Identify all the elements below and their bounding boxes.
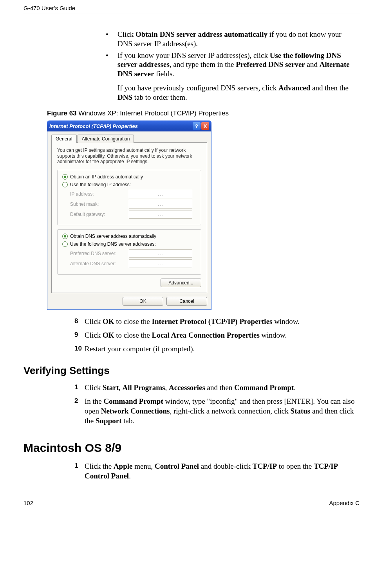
bullet-item: • Click Obtain DNS server address automa… bbox=[106, 30, 356, 49]
text: Click bbox=[85, 383, 103, 392]
radio-label: Use the following IP address: bbox=[70, 182, 131, 187]
tab-alternate-configuration[interactable]: Alternate Configuration bbox=[78, 135, 134, 143]
text-bold: Advanced bbox=[278, 84, 310, 92]
text: Restart your computer (if prompted). bbox=[85, 345, 195, 353]
text: . bbox=[294, 383, 296, 392]
figure-caption: Figure 63 Windows XP: Internet Protocol … bbox=[47, 110, 360, 117]
text-bold: All Programs bbox=[123, 383, 165, 392]
text-bold: Support bbox=[96, 417, 122, 425]
page-header: G-470 User's Guide bbox=[23, 0, 360, 14]
text-bold: Apple bbox=[114, 462, 133, 470]
dialog-description: You can get IP settings assigned automat… bbox=[57, 147, 201, 164]
label-subnet-mask: Subnet mask: bbox=[70, 201, 129, 207]
input-ip-address[interactable]: . . . bbox=[129, 190, 192, 198]
step-number: 10 bbox=[74, 344, 85, 354]
text-bold: Network Connections bbox=[101, 407, 170, 415]
text: , and type them in the bbox=[170, 60, 236, 68]
dns-group: Obtain DNS server address automatically … bbox=[57, 229, 201, 275]
input-default-gateway[interactable]: . . . bbox=[129, 210, 192, 219]
page-footer: 102 Appendix C bbox=[23, 497, 360, 514]
step-number: 2 bbox=[74, 397, 85, 426]
cancel-button[interactable]: Cancel bbox=[166, 297, 207, 306]
text: window. bbox=[272, 317, 300, 325]
dialog-tcpip-properties: Internet Protocol (TCP/IP) Properties ? … bbox=[47, 120, 211, 310]
radio-icon bbox=[62, 241, 68, 247]
label-alternate-dns: Alternate DNS server: bbox=[70, 261, 129, 266]
label-ip-address: IP address: bbox=[70, 191, 129, 197]
header-left: G-470 User's Guide bbox=[23, 5, 75, 11]
radio-obtain-ip-auto[interactable]: Obtain an IP address automatically bbox=[62, 174, 196, 180]
text-bold: Preferred DNS server bbox=[236, 60, 305, 68]
radio-icon bbox=[62, 182, 68, 187]
text: menu, bbox=[132, 462, 154, 470]
heading-macintosh-os: Macintosh OS 8/9 bbox=[23, 441, 360, 455]
text: Click bbox=[117, 30, 135, 38]
figure-caption-text: Windows XP: Internet Protocol (TCP/IP) P… bbox=[77, 110, 229, 117]
text: and double-click bbox=[199, 462, 253, 470]
page-number: 102 bbox=[23, 500, 33, 506]
text: and bbox=[305, 60, 320, 68]
text: Click bbox=[85, 317, 103, 325]
radio-use-following-ip[interactable]: Use the following IP address: bbox=[62, 182, 196, 187]
advanced-button[interactable]: Advanced... bbox=[161, 279, 201, 287]
step-number: 1 bbox=[74, 383, 85, 393]
text: fields. bbox=[154, 70, 174, 78]
text-bold: Status bbox=[291, 407, 311, 415]
text: and then the bbox=[310, 84, 349, 92]
step-number: 9 bbox=[74, 331, 85, 340]
tab-general[interactable]: General bbox=[51, 135, 77, 143]
step-9: 9 Click OK to close the Local Area Conne… bbox=[74, 331, 356, 340]
dialog-title: Internet Protocol (TCP/IP) Properties bbox=[49, 123, 192, 129]
text: , bbox=[165, 383, 169, 392]
text: , bbox=[119, 383, 123, 392]
bullet-marker: • bbox=[106, 51, 117, 79]
step-10: 10 Restart your computer (if prompted). bbox=[74, 344, 356, 354]
text-bold: Command Prompt bbox=[104, 397, 163, 405]
radio-use-following-dns[interactable]: Use the following DNS server addresses: bbox=[62, 241, 196, 247]
text: , right-click a network connection, clic… bbox=[170, 407, 290, 415]
radio-icon bbox=[62, 234, 68, 239]
figure-label: Figure 63 bbox=[47, 110, 77, 117]
dialog-titlebar: Internet Protocol (TCP/IP) Properties ? … bbox=[47, 120, 211, 131]
text-bold: Control Panel bbox=[155, 462, 199, 470]
radio-obtain-dns-auto[interactable]: Obtain DNS server address automatically bbox=[62, 234, 196, 239]
step-8: 8 Click OK to close the Internet Protoco… bbox=[74, 317, 356, 327]
input-preferred-dns[interactable]: . . . bbox=[129, 249, 192, 258]
text: Click the bbox=[85, 462, 114, 470]
text-bold: OK bbox=[103, 331, 114, 339]
mac-step-1: 1 Click the Apple menu, Control Panel an… bbox=[74, 462, 356, 481]
verify-step-1: 1 Click Start, All Programs, Accessories… bbox=[74, 383, 356, 393]
text: tab. bbox=[122, 417, 135, 425]
step-number: 8 bbox=[74, 317, 85, 327]
radio-label: Obtain an IP address automatically bbox=[70, 174, 143, 180]
text-bold: Obtain DNS server address automatically bbox=[135, 30, 267, 38]
bullet-item: • If you know your DNS server IP address… bbox=[106, 51, 356, 79]
input-alternate-dns[interactable]: . . . bbox=[129, 259, 192, 268]
input-subnet-mask[interactable]: . . . bbox=[129, 200, 192, 209]
text: tab to order them. bbox=[132, 93, 187, 101]
text-bold: Start bbox=[103, 383, 119, 392]
close-button[interactable]: X bbox=[201, 122, 209, 130]
text-bold: Accessories bbox=[169, 383, 205, 392]
text: If you know your DNS server IP address(e… bbox=[117, 51, 270, 59]
text: In the bbox=[85, 397, 104, 405]
text-bold: TCP/IP bbox=[253, 462, 277, 470]
text: If you have previously configured DNS se… bbox=[117, 84, 278, 92]
text: Click bbox=[85, 331, 103, 339]
ok-button[interactable]: OK bbox=[123, 297, 163, 306]
text: and then bbox=[205, 383, 234, 392]
paragraph: If you have previously configured DNS se… bbox=[117, 83, 356, 102]
help-icon: ? bbox=[195, 123, 198, 129]
text: . bbox=[129, 472, 131, 480]
text: window. bbox=[260, 331, 287, 339]
text-bold: OK bbox=[103, 317, 114, 325]
footer-right: Appendix C bbox=[329, 500, 360, 506]
help-button[interactable]: ? bbox=[193, 122, 201, 130]
bullet-marker: • bbox=[106, 30, 117, 49]
text-bold: Command Prompt bbox=[234, 383, 294, 392]
text: to close the bbox=[114, 317, 152, 325]
radio-icon bbox=[62, 174, 68, 180]
heading-verifying-settings: Verifying Settings bbox=[23, 365, 360, 377]
step-number: 1 bbox=[74, 462, 85, 481]
close-icon: X bbox=[204, 123, 207, 129]
